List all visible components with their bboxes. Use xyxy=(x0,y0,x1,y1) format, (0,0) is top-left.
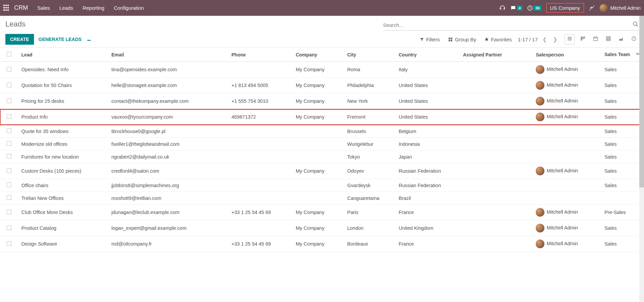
col-salesperson[interactable]: Salesperson xyxy=(532,48,601,62)
col-partner[interactable]: Assigned Partner xyxy=(460,48,533,62)
generate-leads-button[interactable]: GENERATE LEADS xyxy=(39,37,82,42)
cell-phone: +33 1 25 54 45 69 xyxy=(228,236,292,252)
create-button[interactable]: CREATE xyxy=(5,34,34,45)
company-selector[interactable]: US Company xyxy=(546,3,584,13)
import-icon[interactable] xyxy=(86,36,91,42)
col-phone[interactable]: Phone xyxy=(228,48,292,62)
pager-text: 1-17 / 17 xyxy=(518,37,538,42)
cell-team xyxy=(601,192,644,205)
favorites-button[interactable]: Favorites xyxy=(484,37,512,42)
row-checkbox[interactable] xyxy=(7,141,11,146)
cell-partner xyxy=(460,163,533,179)
cell-email: md@oilcompany.fr xyxy=(108,236,228,252)
svg-rect-2 xyxy=(568,37,572,37)
user-menu[interactable]: Mitchell Admin xyxy=(600,4,641,12)
row-checkbox[interactable] xyxy=(7,210,11,214)
cell-phone xyxy=(228,220,292,236)
svg-rect-6 xyxy=(582,37,583,39)
nav-configuration[interactable]: Configuration xyxy=(114,5,144,11)
search-input[interactable] xyxy=(383,22,633,28)
cell-lead: Club Office More Desks xyxy=(18,205,108,220)
table-row[interactable]: Product Catalog logan_expert@gmail.examp… xyxy=(0,220,644,236)
view-activity-icon[interactable] xyxy=(629,35,639,44)
col-email[interactable]: Email xyxy=(108,48,228,62)
row-checkbox[interactable] xyxy=(7,225,11,230)
col-country[interactable]: Country xyxy=(395,48,459,62)
cell-country: United States xyxy=(395,78,459,93)
pager-next-icon[interactable]: ❯ xyxy=(552,36,559,43)
table-row[interactable]: Design Software md@oilcompany.fr +33 1 2… xyxy=(0,236,644,252)
select-all-checkbox[interactable] xyxy=(7,52,11,56)
activity-icon[interactable]: 36 xyxy=(527,5,541,11)
debug-icon[interactable] xyxy=(589,5,595,11)
leads-table-wrap: Lead Email Phone Company City Country As… xyxy=(0,48,644,252)
table-row[interactable]: Opensides: Need Info tina@opensides.exam… xyxy=(0,62,644,78)
cell-company xyxy=(293,179,344,192)
table-row[interactable]: Trelian New Offices roxshott9@trellian.c… xyxy=(0,192,644,205)
view-graph-icon[interactable] xyxy=(616,35,626,44)
nav-reporting[interactable]: Reporting xyxy=(82,5,104,11)
cell-lead: Custom Desks (100 pieces) xyxy=(18,163,108,179)
app-brand[interactable]: CRM xyxy=(14,4,28,11)
cell-email: tina@opensides.example.com xyxy=(108,62,228,78)
cell-email: fseiller1@theglobeandmail.com xyxy=(108,138,228,150)
cell-team: Sales xyxy=(601,78,644,93)
cell-company: My Company xyxy=(293,62,344,78)
voip-icon[interactable] xyxy=(499,5,505,11)
pager: 1-17 / 17 ❮ ❯ xyxy=(518,36,559,43)
nav-sales[interactable]: Sales xyxy=(37,5,50,11)
cell-company: My Company xyxy=(293,93,344,109)
col-lead[interactable]: Lead xyxy=(18,48,108,62)
search-icon[interactable] xyxy=(633,21,639,29)
col-company[interactable]: Company xyxy=(293,48,344,62)
cell-partner xyxy=(460,205,533,220)
avatar-icon xyxy=(536,65,544,74)
cell-partner xyxy=(460,109,533,125)
cell-salesperson: Mitchell Admin xyxy=(546,168,578,173)
row-checkbox[interactable] xyxy=(7,83,11,87)
cell-country: Japan xyxy=(395,150,459,163)
view-pivot-icon[interactable] xyxy=(604,35,613,44)
row-checkbox[interactable] xyxy=(7,67,11,72)
nav-leads[interactable]: Leads xyxy=(60,5,73,11)
table-row[interactable]: Custom Desks (100 pieces) credford4@salo… xyxy=(0,163,644,179)
table-row[interactable]: Product Info vauxoo@tyourcompany.com 469… xyxy=(0,109,644,125)
table-row[interactable]: Quotation for 50 Chairs helle@stonageit.… xyxy=(0,78,644,93)
cell-phone xyxy=(228,150,292,163)
row-checkbox[interactable] xyxy=(7,128,11,133)
row-checkbox[interactable] xyxy=(7,195,11,200)
row-checkbox[interactable] xyxy=(7,182,11,187)
col-team[interactable]: Sales Team xyxy=(604,52,630,57)
cell-company xyxy=(293,125,344,138)
table-row[interactable]: Club Office More Desks jdunagan@leclub.e… xyxy=(0,205,644,220)
leads-table: Lead Email Phone Company City Country As… xyxy=(0,48,644,252)
row-checkbox[interactable] xyxy=(7,241,11,246)
filters-button[interactable]: Filters xyxy=(420,37,440,42)
cell-city: Bordeaux xyxy=(344,236,395,252)
cell-country: United Kingdom xyxy=(395,220,459,236)
search-bar[interactable] xyxy=(383,20,639,31)
col-city[interactable]: City xyxy=(344,48,395,62)
cell-phone xyxy=(228,192,292,205)
groupby-button[interactable]: Group By xyxy=(448,37,476,42)
table-row[interactable]: Furnitures for new location ngrabert2@da… xyxy=(0,150,644,163)
cell-country: France xyxy=(395,205,459,220)
pager-prev-icon[interactable]: ❮ xyxy=(541,36,548,43)
apps-icon[interactable] xyxy=(3,5,10,11)
view-kanban-icon[interactable] xyxy=(578,35,588,44)
cell-team: Sales xyxy=(601,109,644,125)
table-row[interactable]: Office chairs jjobbins6@simplemachines.o… xyxy=(0,179,644,192)
discuss-icon[interactable]: 4 xyxy=(510,5,522,11)
row-checkbox[interactable] xyxy=(7,168,11,173)
row-checkbox[interactable] xyxy=(7,154,11,159)
table-row[interactable]: Modernize old offices fseiller1@theglobe… xyxy=(0,138,644,150)
table-row[interactable]: Quote for 35 windows tbrockhouse0@google… xyxy=(0,125,644,138)
row-checkbox[interactable] xyxy=(7,98,11,103)
row-checkbox[interactable] xyxy=(7,114,11,119)
view-calendar-icon[interactable] xyxy=(591,35,600,44)
table-row[interactable]: Pricing for 25 desks contact@thekompany.… xyxy=(0,93,644,109)
cell-company: My Company xyxy=(293,205,344,220)
view-list-icon[interactable] xyxy=(565,34,575,45)
scrollbar[interactable] xyxy=(639,16,644,252)
cell-partner xyxy=(460,236,533,252)
